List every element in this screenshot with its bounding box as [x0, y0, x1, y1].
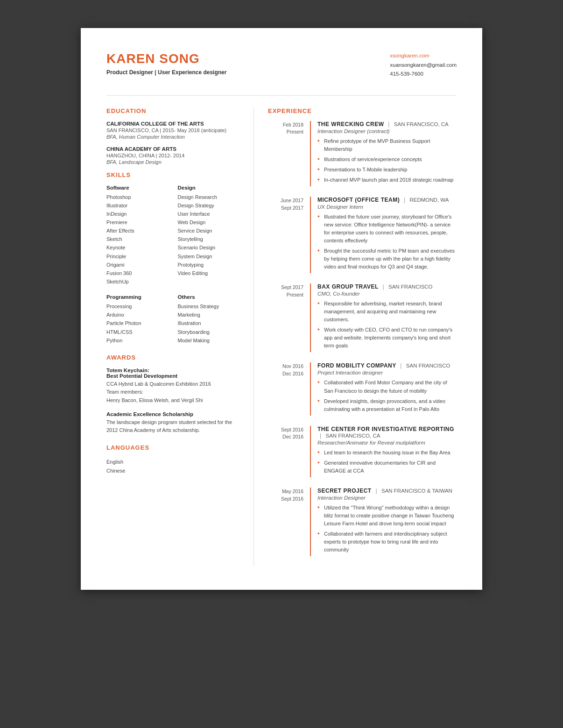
exp-role-6: Interaction Designer: [317, 495, 457, 501]
exp-entry-3: Sept 2017 Present BAX Group Travel | SAN…: [268, 283, 457, 352]
skill-principle: Principle: [106, 252, 169, 261]
header-divider: [106, 95, 457, 96]
programming-skills: Programming Processing Arduino Particle …: [106, 294, 169, 345]
skill-service-design: Service Design: [178, 226, 240, 235]
exp-org-3: BAX Group Travel | SAN FRANCISCO: [317, 283, 457, 290]
skill-marketing: Marketing: [178, 311, 240, 319]
skill-html-css: HTML/CSS: [106, 328, 169, 336]
exp-org-2: MICROSOFT (Office team) | REDMOND, WA: [317, 197, 457, 203]
edu-location-2: HANGZHOU, CHINA | 2012- 2014: [106, 153, 239, 158]
bullet: Illustrated the future user journey, sto…: [317, 213, 457, 245]
exp-role-1: Interaction Designer (contract): [317, 128, 457, 134]
edu-location-1: SAN FRANCISCO, CA | 2015- May 2018 (anti…: [106, 127, 239, 133]
bullet: In-channel MVP launch plan and 2018 stra…: [317, 176, 457, 184]
software-label: Software: [106, 185, 169, 191]
skill-prototyping: Prototyping: [178, 261, 240, 269]
exp-role-3: CMO, Co-founder: [317, 291, 457, 297]
skill-python: Python: [106, 336, 169, 345]
skill-arduino: Arduino: [106, 311, 169, 319]
others-label: Others: [178, 294, 240, 300]
right-column: EXPERIENCE Feb 2018 Present THE WRECKING…: [253, 107, 457, 566]
exp-org-6: SECRET PROJECT | SAN FRANCISCO & TAIWAN: [317, 488, 457, 494]
exp-entry-1: Feb 2018 Present THE WRECKING CREW | SAN…: [268, 121, 457, 186]
exp-org-1: THE WRECKING CREW | SAN FRANCISCO, CA: [317, 121, 457, 127]
programming-items: Processing Arduino Particle Photon HTML/…: [106, 302, 169, 345]
skill-aftereffects: After Effects: [106, 226, 169, 235]
exp-org-4: FORD MOBILITY COMPANY | SAN FRANCISCO: [317, 362, 457, 369]
design-skills: Design Design Research Design Strategy U…: [178, 185, 240, 286]
phone: 415-539-7600: [390, 70, 457, 79]
exp-content-1: THE WRECKING CREW | SAN FRANCISCO, CA In…: [310, 121, 457, 186]
edu-degree-2: BFA, Landscape Design: [106, 159, 239, 165]
skill-design-research: Design Research: [178, 193, 240, 201]
website-link[interactable]: xsongkaren.com: [390, 53, 429, 58]
bullet: Developed insights, design provocations,…: [317, 397, 457, 413]
experience-section-title: EXPERIENCE: [268, 107, 457, 114]
award-desc-1: CCA Hybrid Lab & Qualcomm Exhibition 201…: [106, 380, 239, 405]
skill-sketchup: SketchUp: [106, 277, 169, 286]
skills-section-title: SKILLS: [106, 171, 239, 178]
skill-storytelling: Storytelling: [178, 235, 240, 243]
others-items: Business Strategy Marketing Illustration…: [178, 302, 240, 345]
exp-role-5: Researcher/Animator for Reveal mutiplatf…: [317, 440, 457, 445]
exp-bullets-4: Collaborated with Ford Motor Company and…: [317, 379, 457, 413]
exp-date-5: Sept 2016 Dec 2016: [268, 426, 310, 477]
exp-date-1: Feb 2018 Present: [268, 121, 310, 186]
skill-illustration: Illustration: [178, 319, 240, 327]
skill-particle-photon: Particle Photon: [106, 319, 169, 327]
languages-section: LANGUAGES English Chinese: [106, 444, 239, 475]
exp-entry-4: Nov 2016 Dec 2016 FORD MOBILITY COMPANY …: [268, 362, 457, 415]
left-column: EDUCATION CALIFORNIA COLLEGE OF THE ARTS…: [106, 107, 253, 566]
skill-system-design: System Design: [178, 252, 240, 261]
email: xuansongkaren@gmail.com: [390, 61, 457, 70]
exp-date-2: June 2017 Sept 2017: [268, 197, 310, 273]
skill-business-strategy: Business Strategy: [178, 302, 240, 311]
exp-bullets-3: Responsible for advertising, market rese…: [317, 300, 457, 350]
skill-keynote: Keynote: [106, 243, 169, 252]
bullet: Generated innovative documentaries for C…: [317, 459, 457, 475]
bullet: Collaborated with Ford Motor Company and…: [317, 379, 457, 395]
resume-container: KAREN SONG Product Designer | User Exper…: [81, 28, 482, 590]
languages-section-title: LANGUAGES: [106, 444, 239, 451]
skill-user-interface: User Interface: [178, 210, 240, 218]
design-items: Design Research Design Strategy User Int…: [178, 193, 240, 277]
exp-content-5: THE CENTER FOR INVESTIGATIVE REPORTING |…: [310, 426, 457, 477]
candidate-title: Product Designer | User Experience desig…: [106, 69, 226, 76]
award-title-2: Academic Excellence Scholarship: [106, 411, 239, 417]
header-right: xsongkaren.com xuansongkaren@gmail.com 4…: [390, 51, 457, 79]
exp-role-4: Project Interaction designer: [317, 370, 457, 375]
lang-chinese: Chinese: [106, 466, 239, 475]
bullet: Refine prototype of the MVP Business Sup…: [317, 137, 457, 153]
exp-bullets-2: Illustrated the future user journey, sto…: [317, 213, 457, 271]
edu-entry-2: CHINA ACADEMY OF ARTS HANGZHOU, CHINA | …: [106, 146, 239, 165]
exp-content-3: BAX Group Travel | SAN FRANCISCO CMO, Co…: [310, 283, 457, 352]
exp-date-3: Sept 2017 Present: [268, 283, 310, 352]
bullet: Collaborated with farmers and interdisci…: [317, 530, 457, 554]
award-desc-2: The landscape design program student sel…: [106, 418, 239, 435]
software-skills: Software Photoshop Illustrator InDesign …: [106, 185, 169, 286]
awards-section-title: AWARDS: [106, 354, 239, 361]
skill-scenario-design: Scenario Design: [178, 243, 240, 252]
exp-date-6: May 2016 Sept 2016: [268, 488, 310, 556]
exp-bullets-6: Utilized the "Think Wrong" methodology w…: [317, 504, 457, 554]
skill-sketch: Sketch: [106, 235, 169, 243]
exp-date-4: Nov 2016 Dec 2016: [268, 362, 310, 415]
award-1: Totem Keychain:Best Potential Developmen…: [106, 368, 239, 405]
header-section: KAREN SONG Product Designer | User Exper…: [106, 51, 457, 79]
award-2: Academic Excellence Scholarship The land…: [106, 411, 239, 435]
bullet: Illustrations of service/experience conc…: [317, 155, 457, 163]
bullet: Brought the successful metric to PM team…: [317, 247, 457, 271]
skill-model-making: Model Making: [178, 336, 240, 345]
skill-photoshop: Photoshop: [106, 193, 169, 201]
skill-storyboarding: Storyboarding: [178, 328, 240, 336]
awards-section: AWARDS Totem Keychain:Best Potential Dev…: [106, 354, 239, 435]
skill-origami: Origami: [106, 261, 169, 269]
skills-grid-2: Programming Processing Arduino Particle …: [106, 294, 239, 345]
exp-entry-6: May 2016 Sept 2016 SECRET PROJECT | SAN …: [268, 488, 457, 556]
exp-bullets-1: Refine prototype of the MVP Business Sup…: [317, 137, 457, 184]
skill-design-strategy: Design Strategy: [178, 201, 240, 210]
exp-role-2: UX Designer Intern: [317, 204, 457, 210]
lang-english: English: [106, 458, 239, 466]
bullet: Presentations to T-Mobile leadership: [317, 166, 457, 174]
main-content: EDUCATION CALIFORNIA COLLEGE OF THE ARTS…: [106, 107, 457, 566]
